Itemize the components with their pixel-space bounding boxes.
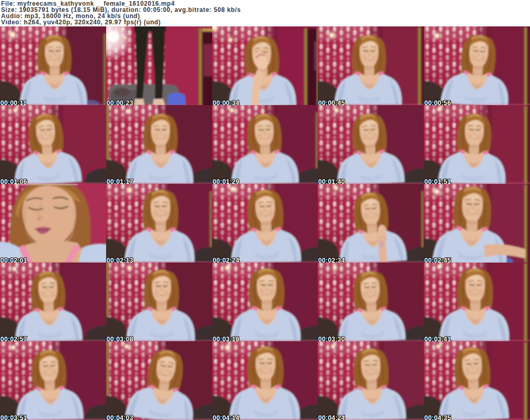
- svg-text:00:00:45: 00:00:45: [318, 99, 345, 105]
- svg-text:00:03:41: 00:03:41: [424, 336, 451, 341]
- svg-text:00:03:08: 00:03:08: [107, 336, 134, 341]
- svg-text:00:02:13: 00:02:13: [107, 257, 134, 263]
- svg-text:00:01:51: 00:01:51: [424, 178, 451, 184]
- svg-text:00:03:18: 00:03:18: [212, 336, 239, 341]
- svg-text:00:02:57: 00:02:57: [1, 336, 27, 341]
- svg-text:00:04:24: 00:04:24: [318, 414, 345, 420]
- svg-text:00:01:29: 00:01:29: [212, 178, 239, 184]
- svg-text:00:00:56: 00:00:56: [424, 99, 451, 105]
- svg-text:00:04:14: 00:04:14: [212, 414, 239, 420]
- svg-text:00:01:06: 00:01:06: [1, 178, 27, 184]
- svg-text:00:02:24: 00:02:24: [212, 257, 239, 263]
- svg-text:00:02:34: 00:02:34: [318, 257, 345, 263]
- svg-text:00:04:35: 00:04:35: [424, 414, 451, 420]
- svg-text:00:00:23: 00:00:23: [107, 99, 134, 105]
- svg-text:00:04:03: 00:04:03: [107, 414, 134, 420]
- svg-text:00:02:45: 00:02:45: [424, 257, 451, 263]
- svg-text:00:00:11: 00:00:11: [1, 99, 27, 105]
- svg-text:00:01:17: 00:01:17: [107, 178, 134, 184]
- svg-text:00:00:34: 00:00:34: [212, 99, 239, 105]
- svg-text:00:03:30: 00:03:30: [318, 336, 345, 341]
- svg-text:00:01:40: 00:01:40: [318, 178, 345, 184]
- svg-text:00:03:51: 00:03:51: [1, 414, 27, 420]
- svg-text:00:02:01: 00:02:01: [1, 257, 27, 263]
